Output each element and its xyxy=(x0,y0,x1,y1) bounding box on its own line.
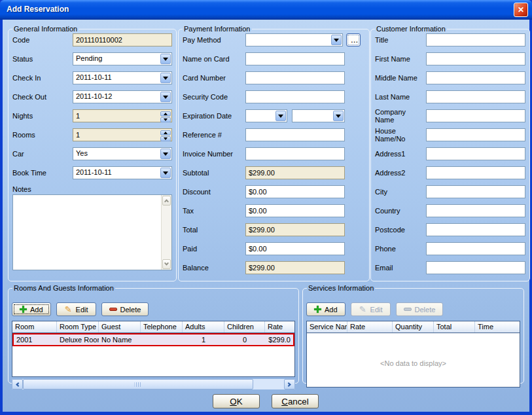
status-value: Pending xyxy=(73,53,160,65)
chevron-down-icon[interactable] xyxy=(160,73,171,83)
chevron-down-icon[interactable] xyxy=(275,111,286,121)
column-header-adults[interactable]: Adults xyxy=(183,321,224,333)
phone-field[interactable] xyxy=(426,242,525,255)
table-row[interactable]: 2001 Deluxe Roon No Name 1 0 $299.0 xyxy=(12,333,294,346)
postcode-label: Postcode xyxy=(375,226,426,234)
balance-label: Balance xyxy=(183,264,245,272)
rooms-add-button[interactable]: Add xyxy=(12,302,51,316)
ok-button[interactable]: OK xyxy=(213,394,260,408)
chevron-down-icon[interactable] xyxy=(160,92,171,102)
spinner-up-icon[interactable] xyxy=(160,130,171,135)
column-header-total[interactable]: Total xyxy=(434,321,475,333)
chevron-down-icon[interactable] xyxy=(333,111,344,121)
spinner-down-icon[interactable] xyxy=(160,117,171,122)
rooms-edit-button[interactable]: Edit xyxy=(56,302,96,316)
total-row: Total xyxy=(183,223,365,236)
address2-field[interactable] xyxy=(426,166,525,179)
card-number-field[interactable] xyxy=(245,71,345,84)
services-group: Services Information Add Edit Delete Ser… xyxy=(302,284,524,384)
notes-scrollbar[interactable] xyxy=(161,195,171,270)
chevron-down-icon[interactable] xyxy=(160,168,171,178)
first-name-field[interactable] xyxy=(426,52,525,65)
chevron-left-icon xyxy=(16,382,20,386)
column-header-room-type[interactable]: Room Type xyxy=(57,321,99,333)
scrollbar-thumb[interactable] xyxy=(23,379,253,389)
cell-room-type: Deluxe Roon xyxy=(57,336,99,344)
check-out-label: Check Out xyxy=(12,93,73,101)
nights-label: Nights xyxy=(12,112,73,120)
check-out-combo[interactable]: 2011-10-12 xyxy=(73,90,172,103)
car-combo[interactable]: Yes xyxy=(73,147,172,160)
title-label: Title xyxy=(375,36,426,44)
title-field[interactable] xyxy=(426,33,525,46)
postcode-field[interactable] xyxy=(426,223,525,236)
code-row: Code xyxy=(12,33,172,46)
country-field[interactable] xyxy=(426,204,525,217)
column-header-children[interactable]: Children xyxy=(224,321,265,333)
chevron-down-icon[interactable] xyxy=(160,54,171,64)
column-header-rate[interactable]: Rate xyxy=(347,321,393,333)
address1-field[interactable] xyxy=(426,147,525,160)
tax-label: Tax xyxy=(183,207,245,215)
rooms-delete-button[interactable]: Delete xyxy=(101,302,149,316)
discount-row: Discount xyxy=(183,185,365,198)
spinner-up-icon[interactable] xyxy=(160,111,171,117)
expiration-year-value xyxy=(293,110,332,122)
scroll-up-button[interactable] xyxy=(162,196,171,206)
general-information-group: General Information Code Status Pending … xyxy=(8,25,177,281)
email-field[interactable] xyxy=(426,261,525,274)
tax-field[interactable] xyxy=(245,204,345,217)
rooms-horizontal-scrollbar[interactable] xyxy=(12,379,295,389)
close-button[interactable]: ✕ xyxy=(514,3,528,17)
discount-field[interactable] xyxy=(245,185,345,198)
column-header-time[interactable]: Time xyxy=(475,321,520,333)
status-label: Status xyxy=(12,55,73,63)
services-add-button[interactable]: Add xyxy=(306,302,346,316)
company-name-field[interactable] xyxy=(426,109,525,122)
chevron-down-icon[interactable] xyxy=(331,35,342,45)
chevron-down-icon[interactable] xyxy=(160,149,171,159)
payment-information-title: Payment Information xyxy=(183,25,252,33)
minus-icon xyxy=(109,308,117,311)
rooms-edit-label: Edit xyxy=(76,306,88,314)
name-on-card-field[interactable] xyxy=(245,52,345,65)
column-header-guest[interactable]: Guest xyxy=(99,321,141,333)
city-field[interactable] xyxy=(426,185,525,198)
middle-name-field[interactable] xyxy=(426,71,525,84)
house-name-field[interactable] xyxy=(426,128,525,141)
city-row: City xyxy=(375,185,525,198)
car-row: Car Yes xyxy=(12,147,172,160)
status-combo[interactable]: Pending xyxy=(73,52,172,65)
reference-field[interactable] xyxy=(245,128,345,141)
scroll-left-button[interactable] xyxy=(12,379,23,389)
column-header-quantity[interactable]: Quantity xyxy=(393,321,434,333)
discount-label: Discount xyxy=(183,188,245,196)
pay-method-combo[interactable] xyxy=(245,33,343,46)
last-name-field[interactable] xyxy=(426,90,525,103)
check-out-value: 2011-10-12 xyxy=(73,91,160,103)
scroll-down-button[interactable] xyxy=(162,259,171,269)
column-header-rate[interactable]: Rate xyxy=(265,321,294,333)
city-label: City xyxy=(375,188,426,196)
check-in-combo[interactable]: 2011-10-11 xyxy=(73,71,172,84)
company-name-label: Company Name xyxy=(375,108,426,124)
column-header-telephone[interactable]: Telephone xyxy=(141,321,183,333)
security-code-field[interactable] xyxy=(245,90,345,103)
book-time-combo[interactable]: 2011-10-11 xyxy=(73,166,172,179)
customer-information-title: Customer Information xyxy=(375,25,447,33)
column-header-room[interactable]: Room xyxy=(12,321,57,333)
notes-textarea[interactable] xyxy=(13,195,161,270)
cancel-button[interactable]: Cancel xyxy=(272,394,319,408)
column-header-service-name[interactable]: Service Nam xyxy=(307,321,347,333)
paid-field[interactable] xyxy=(245,242,345,255)
services-delete-button: Delete xyxy=(396,302,444,316)
rooms-guests-title: Rooms And Guests Information xyxy=(12,284,115,292)
pay-method-browse-button[interactable]: ... xyxy=(346,33,361,46)
cell-guest: No Name xyxy=(99,336,141,344)
last-name-label: Last Name xyxy=(375,93,426,101)
invoice-number-field[interactable] xyxy=(245,147,345,160)
expiration-year-combo[interactable] xyxy=(292,109,345,122)
expiration-month-combo[interactable] xyxy=(245,109,287,122)
spinner-down-icon[interactable] xyxy=(160,136,171,141)
scroll-right-button[interactable] xyxy=(284,379,295,389)
